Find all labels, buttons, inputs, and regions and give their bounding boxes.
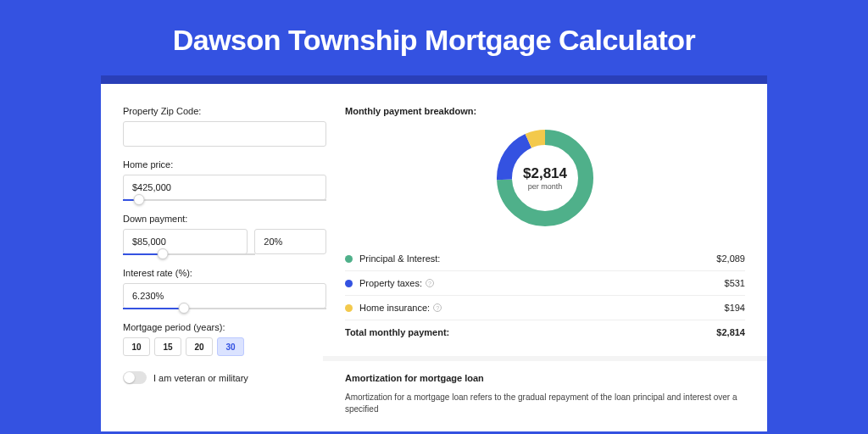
donut-chart: $2,814 per month (492, 125, 598, 231)
legend-dot (345, 280, 353, 287)
donut-center: $2,814 per month (492, 125, 598, 231)
down-payment-label: Down payment: (123, 214, 326, 224)
donut-amount: $2,814 (523, 165, 567, 182)
period-button-10[interactable]: 10 (123, 337, 150, 356)
page-title: Dawson Township Mortgage Calculator (0, 0, 868, 75)
breakdown-total-row: Total monthly payment: $2,814 (345, 320, 745, 344)
interest-rate-input[interactable] (123, 283, 326, 309)
legend-label: Principal & Interest: (359, 253, 716, 264)
period-button-20[interactable]: 20 (186, 337, 213, 356)
zip-field: Property Zip Code: (123, 106, 326, 147)
legend-value: $531 (725, 278, 745, 288)
interest-rate-slider-thumb[interactable] (179, 303, 190, 314)
legend-label: Property taxes:? (359, 278, 725, 288)
legend-row: Property taxes:?$531 (345, 270, 745, 295)
veteran-label: I am veteran or military (153, 373, 248, 383)
zip-input[interactable] (123, 121, 326, 147)
legend-value: $194 (725, 303, 745, 313)
home-price-input[interactable] (123, 175, 326, 200)
info-icon[interactable]: ? (426, 279, 434, 287)
amortization-section: Amortization for mortgage loan Amortizat… (323, 356, 767, 415)
down-payment-field: Down payment: (123, 214, 326, 255)
donut-sub: per month (528, 182, 563, 191)
home-price-field: Home price: (123, 159, 326, 201)
legend-label: Home insurance:? (359, 303, 725, 313)
down-payment-percent-input[interactable] (254, 229, 326, 254)
amortization-title: Amortization for mortgage loan (345, 373, 745, 383)
interest-rate-slider[interactable] (123, 308, 326, 309)
mortgage-period-field: Mortgage period (years): 10152030 (123, 322, 326, 356)
veteran-toggle-knob (124, 372, 135, 383)
veteran-toggle[interactable] (123, 371, 147, 384)
amortization-text: Amortization for a mortgage loan refers … (345, 392, 745, 415)
results-column: Monthly payment breakdown: $2,814 per mo… (345, 106, 745, 431)
legend-dot (345, 255, 353, 263)
period-button-30[interactable]: 30 (217, 337, 244, 356)
zip-label: Property Zip Code: (123, 106, 326, 116)
down-payment-slider-thumb[interactable] (157, 248, 168, 259)
legend-dot (345, 304, 353, 312)
info-icon[interactable]: ? (433, 303, 442, 312)
breakdown-total-value: $2,814 (716, 327, 745, 337)
breakdown-total-label: Total monthly payment: (345, 327, 716, 337)
breakdown-title: Monthly payment breakdown: (345, 106, 745, 116)
home-price-slider[interactable] (123, 199, 326, 201)
donut-chart-wrap: $2,814 per month (345, 125, 745, 231)
mortgage-period-options: 10152030 (123, 337, 326, 356)
veteran-row: I am veteran or military (123, 371, 326, 384)
interest-rate-label: Interest rate (%): (123, 268, 326, 278)
interest-rate-field: Interest rate (%): (123, 268, 326, 309)
interest-rate-slider-fill (123, 308, 184, 309)
legend-value: $2,089 (716, 253, 745, 264)
down-payment-amount-input[interactable] (123, 229, 248, 254)
period-button-15[interactable]: 15 (154, 337, 181, 356)
calculator-card: Property Zip Code: Home price: Down paym… (101, 75, 767, 431)
legend-row: Home insurance:?$194 (345, 295, 745, 320)
breakdown-legend: Principal & Interest:$2,089Property taxe… (345, 247, 745, 320)
legend-row: Principal & Interest:$2,089 (345, 247, 745, 270)
inputs-column: Property Zip Code: Home price: Down paym… (123, 106, 326, 431)
down-payment-slider[interactable] (123, 253, 255, 255)
home-price-label: Home price: (123, 159, 326, 170)
mortgage-period-label: Mortgage period (years): (123, 322, 326, 332)
home-price-slider-thumb[interactable] (134, 194, 145, 205)
